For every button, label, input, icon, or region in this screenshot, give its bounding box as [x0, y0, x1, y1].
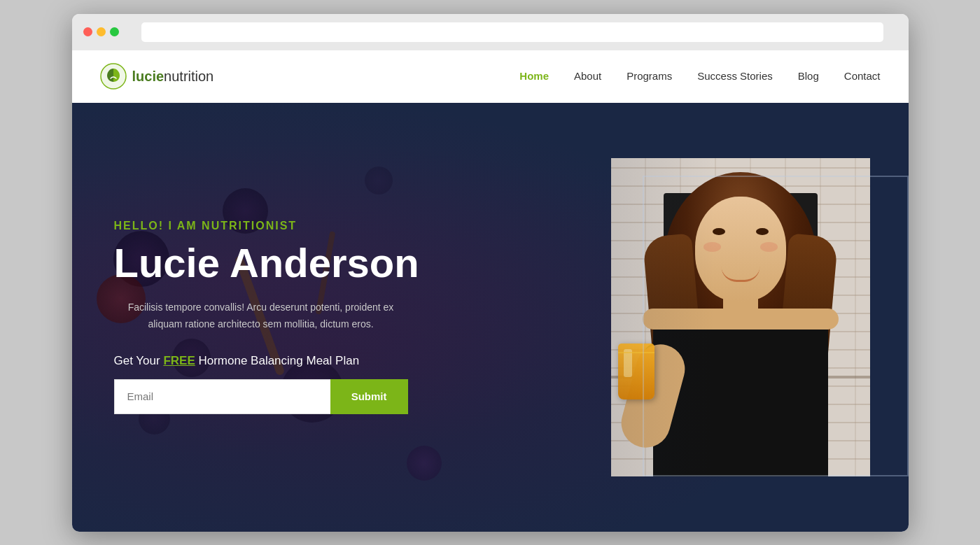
traffic-light-red[interactable]: [83, 27, 92, 36]
email-input[interactable]: [114, 379, 330, 414]
cta-text: Get Your FREE Hormone Balancing Meal Pla…: [114, 354, 552, 368]
address-bar[interactable]: [141, 22, 883, 42]
navbar: lucienutrition Home About Programs Succe…: [72, 50, 909, 103]
hero-content: HELLO! I AM NUTRITIONIST Lucie Anderson …: [72, 103, 909, 532]
hero-photo-container: [611, 158, 877, 476]
hero-photo: [611, 158, 870, 476]
submit-button[interactable]: Submit: [330, 379, 408, 414]
nav-link-success-stories[interactable]: Success Stories: [697, 70, 773, 82]
nav-item-programs[interactable]: Programs: [626, 70, 672, 83]
nav-link-contact[interactable]: Contact: [844, 70, 881, 82]
nav-item-contact[interactable]: Contact: [844, 70, 881, 83]
traffic-light-yellow[interactable]: [97, 27, 106, 36]
nav-item-about[interactable]: About: [574, 70, 601, 83]
logo-text: lucienutrition: [132, 69, 214, 85]
traffic-lights: [83, 27, 119, 36]
cta-free: FREE: [163, 354, 195, 367]
hero-subtitle: HELLO! I AM NUTRITIONIST: [114, 220, 552, 232]
nav-link-home[interactable]: Home: [519, 70, 549, 82]
hero-image-area: [594, 158, 909, 476]
hero-section: HELLO! I AM NUTRITIONIST Lucie Anderson …: [72, 103, 909, 532]
browser-window: lucienutrition Home About Programs Succe…: [72, 14, 909, 532]
nav-link-programs[interactable]: Programs: [626, 70, 672, 82]
nav-item-success-stories[interactable]: Success Stories: [697, 70, 773, 83]
nav-link-blog[interactable]: Blog: [798, 70, 819, 82]
photo-overlay: [611, 158, 870, 476]
nav-item-home[interactable]: Home: [519, 70, 549, 83]
email-form: Submit: [114, 379, 408, 414]
traffic-light-green[interactable]: [110, 27, 119, 36]
logo[interactable]: lucienutrition: [100, 63, 214, 90]
hero-title: Lucie Anderson: [114, 241, 552, 285]
nav-link-about[interactable]: About: [574, 70, 601, 82]
nav-links: Home About Programs Success Stories Blog…: [519, 70, 880, 83]
browser-chrome: [72, 14, 909, 50]
logo-icon: [100, 63, 127, 90]
nav-item-blog[interactable]: Blog: [798, 70, 819, 83]
website: lucienutrition Home About Programs Succe…: [72, 50, 909, 532]
cta-prefix: Get Your: [114, 354, 164, 367]
cta-suffix: Hormone Balancing Meal Plan: [195, 354, 359, 367]
hero-description: Facilisis tempore convallis! Arcu deseru…: [114, 299, 408, 333]
hero-text-area: HELLO! I AM NUTRITIONIST Lucie Anderson …: [72, 192, 594, 441]
